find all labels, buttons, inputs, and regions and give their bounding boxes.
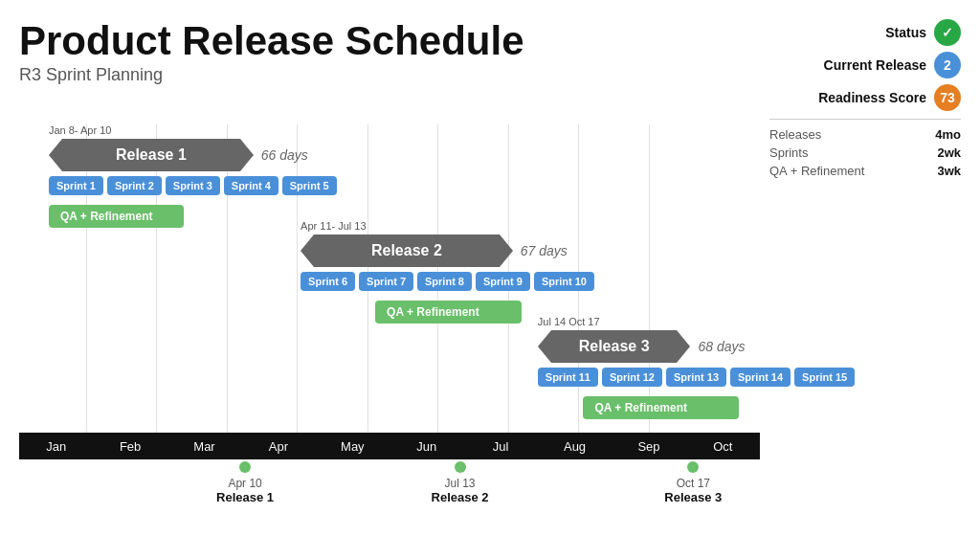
r2-arrow-right (500, 234, 513, 267)
r2-sprint-2: Sprint 7 (359, 272, 413, 291)
r3-date-range: Jul 14 Oct 17 (538, 316, 746, 327)
r2-sprint-1: Sprint 6 (301, 272, 355, 291)
r3-arrow-right (677, 330, 690, 363)
r1-sprint-2: Sprint 2 (107, 176, 162, 195)
r3-qa: QA + Refinement (583, 396, 739, 419)
r1-bar: Release 1 (62, 139, 240, 171)
r1-arrow-row: Release 1 66 days (49, 139, 308, 171)
month-oct: Oct (686, 439, 760, 454)
marker-dot-r1 (239, 461, 251, 473)
r2-qa-wrap: QA + Refinement (301, 296, 568, 324)
legend-divider (769, 119, 961, 120)
marker-dot-r3 (687, 461, 699, 473)
r3-sprint-1: Sprint 11 (538, 368, 598, 387)
readiness-badge: 73 (934, 84, 961, 111)
month-jan: Jan (19, 439, 93, 454)
r1-date-range: Jan 8- Apr 10 (49, 124, 308, 136)
legend-stat-key: Releases (769, 127, 821, 142)
r1-days: 66 days (261, 147, 308, 163)
legend-stat-key: QA + Refinement (769, 164, 864, 178)
main-container: Product Release Schedule R3 Sprint Plann… (0, 0, 980, 536)
r2-qa: QA + Refinement (375, 301, 522, 324)
r1-qa-wrap: QA + Refinement (49, 200, 308, 228)
r3-bar: Release 3 (551, 330, 678, 363)
legend-stat-val: 2wk (937, 145, 961, 160)
month-may: May (316, 439, 390, 454)
current-release-row: Current Release 2 (769, 52, 961, 78)
timeline-axis: Jan Feb Mar Apr May Jun Jul Aug Sep Oct (19, 433, 760, 459)
r3-arrow-shape: Release 3 (538, 330, 691, 363)
current-release-label: Current Release (824, 57, 926, 73)
legend-stat-row: Releases4mo (769, 127, 961, 142)
r2-arrow-row: Release 2 67 days (301, 234, 568, 267)
r2-sprint-5: Sprint 10 (534, 272, 594, 291)
marker-label-r1: Apr 10 (228, 477, 261, 490)
r3-arrow-left (538, 330, 551, 363)
month-apr: Apr (241, 439, 315, 454)
r2-days: 67 days (521, 243, 568, 258)
readiness-row: Readiness Score 73 (769, 84, 961, 111)
current-release-badge: 2 (934, 52, 961, 78)
status-label: Status (885, 25, 926, 40)
marker-dot-r2 (455, 461, 466, 473)
r3-sprint-row: Sprint 11 Sprint 12 Sprint 13 Sprint 14 … (538, 368, 746, 387)
month-jul: Jul (463, 439, 537, 454)
r1-arrow-shape: Release 1 (49, 139, 254, 171)
release-2-block: Apr 11- Jul 13 Release 2 67 days Sprint … (301, 220, 568, 324)
r3-arrow-row: Release 3 68 days (538, 330, 746, 363)
r3-sprint-4: Sprint 14 (730, 368, 791, 387)
r2-sprint-row: Sprint 6 Sprint 7 Sprint 8 Sprint 9 Spri… (301, 272, 568, 291)
legend-stat-val: 3wk (937, 164, 961, 178)
r1-sprint-5: Sprint 5 (282, 176, 337, 195)
readiness-label: Readiness Score (818, 90, 926, 105)
legend-stat-key: Sprints (769, 145, 808, 160)
marker-name-r3: Release 3 (664, 490, 722, 504)
r2-sprint-3: Sprint 8 (417, 272, 472, 291)
r1-arrow-right (240, 139, 254, 171)
marker-label-r3: Oct 17 (677, 477, 710, 490)
status-badge: ✓ (934, 19, 961, 46)
legend-stat-row: QA + Refinement3wk (769, 164, 961, 178)
r1-arrow-left (49, 139, 62, 171)
r1-sprint-1: Sprint 1 (49, 176, 103, 195)
r2-date-range: Apr 11- Jul 13 (301, 220, 568, 232)
month-jun: Jun (390, 439, 463, 454)
legend-stats: Releases4moSprints2wkQA + Refinement3wk (769, 127, 961, 178)
r3-days: 68 days (698, 339, 745, 354)
legend-stat-row: Sprints2wk (769, 145, 961, 160)
r2-arrow-shape: Release 2 (301, 234, 513, 267)
release-3-block: Jul 14 Oct 17 Release 3 68 days Sprint 1… (538, 316, 746, 419)
marker-label-r2: Jul 13 (445, 477, 476, 490)
marker-name-r1: Release 1 (216, 490, 274, 504)
r3-sprint-2: Sprint 12 (602, 368, 662, 387)
status-row: Status ✓ (769, 19, 961, 46)
r1-sprint-4: Sprint 4 (224, 176, 278, 195)
release-1-block: Jan 8- Apr 10 Release 1 66 days Sprint 1… (49, 124, 308, 228)
month-mar: Mar (167, 439, 241, 454)
r1-qa: QA + Refinement (49, 205, 184, 228)
legend-panel: Status ✓ Current Release 2 Readiness Sco… (769, 19, 961, 182)
r2-sprint-4: Sprint 9 (476, 272, 530, 291)
r3-sprint-3: Sprint 13 (666, 368, 726, 387)
r2-bar: Release 2 (314, 234, 500, 267)
r3-qa-wrap: QA + Refinement (538, 391, 746, 419)
r1-sprint-3: Sprint 3 (166, 176, 220, 195)
gantt-area: Jan 8- Apr 10 Release 1 66 days Sprint 1… (19, 124, 760, 433)
marker-name-r2: Release 2 (432, 490, 489, 504)
legend-stat-val: 4mo (935, 127, 961, 142)
r3-sprint-5: Sprint 15 (794, 368, 855, 387)
release-markers: Apr 10 Release 1 Jul 13 Release 2 Oct 17… (19, 461, 760, 536)
month-sep: Sep (612, 439, 685, 454)
r2-arrow-left (301, 234, 314, 267)
r1-sprint-row: Sprint 1 Sprint 2 Sprint 3 Sprint 4 Spri… (49, 176, 308, 195)
month-aug: Aug (538, 439, 612, 454)
month-feb: Feb (93, 439, 167, 454)
